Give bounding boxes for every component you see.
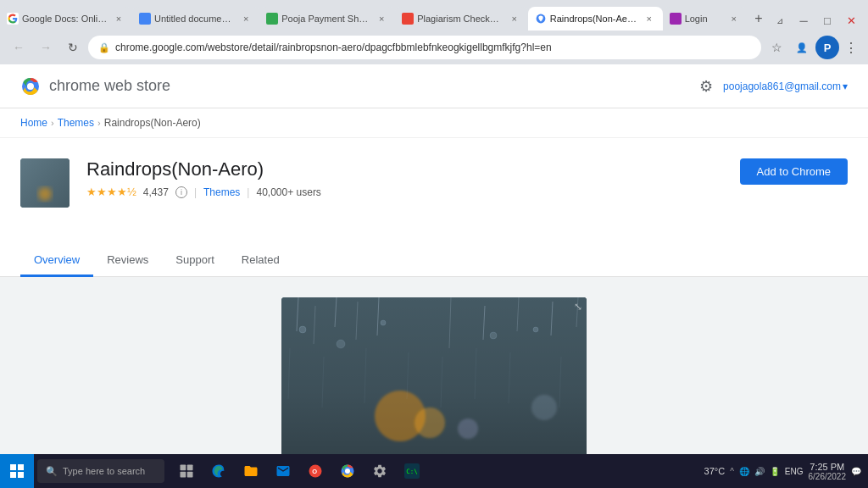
- tab-favicon-1: [7, 13, 19, 25]
- close-button[interactable]: ✕: [841, 10, 861, 30]
- svg-point-23: [337, 340, 345, 348]
- tab-login[interactable]: Login ×: [663, 7, 748, 30]
- svg-point-25: [490, 332, 497, 339]
- tab-close-5[interactable]: ×: [643, 12, 656, 25]
- users-count: 40,000+ users: [256, 186, 320, 198]
- maximize-button[interactable]: □: [817, 10, 837, 30]
- webstore-title: chrome web store: [49, 77, 170, 95]
- tab-close-1[interactable]: ×: [112, 12, 125, 25]
- extension-icon-image: [20, 158, 70, 208]
- svg-text:⤡: ⤡: [574, 301, 582, 313]
- temperature-display: 37°C: [704, 466, 726, 476]
- language-display: ENG: [785, 467, 804, 476]
- tab-label-6: Login: [685, 14, 724, 24]
- tab-close-3[interactable]: ×: [375, 12, 388, 25]
- user-account-button[interactable]: poojagola861@gmail.com ▾: [723, 80, 848, 92]
- tab-ctrl-expand[interactable]: ⊿: [770, 10, 790, 30]
- back-button[interactable]: ←: [7, 36, 31, 59]
- reload-button[interactable]: ↻: [61, 36, 85, 59]
- chrome-logo-icon: [20, 76, 41, 97]
- webstore-header: chrome web store ⚙ poojagola861@gmail.co…: [0, 64, 868, 108]
- time-display: 7:25 PM: [809, 462, 847, 472]
- date-display: 6/26/2022: [809, 472, 847, 481]
- tab-label-4: Plagiarism Checker -...: [417, 14, 504, 24]
- rating-info-icon[interactable]: i: [175, 186, 187, 198]
- lock-icon: 🔒: [98, 42, 110, 53]
- tab-raindrops[interactable]: Raindrops(Non-Aero)... ×: [528, 7, 663, 30]
- tab-doc[interactable]: Untitled document -... ×: [132, 7, 259, 30]
- svg-point-5: [38, 187, 52, 201]
- taskbar-settings[interactable]: [364, 456, 395, 486]
- separator-1: |: [194, 186, 197, 198]
- tab-plagiarism[interactable]: Plagiarism Checker -... ×: [395, 7, 528, 30]
- breadcrumb-sep-2: ›: [97, 118, 101, 128]
- svg-point-24: [381, 320, 386, 325]
- rating-count: 4,437: [143, 186, 169, 198]
- tab-google-docs[interactable]: Google Docs: Online... ×: [0, 7, 132, 30]
- search-icon: 🔍: [46, 466, 58, 477]
- new-tab-button[interactable]: +: [748, 7, 770, 30]
- minimize-button[interactable]: ─: [793, 10, 814, 30]
- tab-favicon-3: [266, 13, 278, 25]
- tab-related[interactable]: Related: [228, 245, 293, 277]
- chevron-up-icon[interactable]: ^: [730, 467, 734, 476]
- taskbar-chrome[interactable]: [332, 456, 363, 486]
- svg-rect-38: [10, 472, 16, 478]
- notification-icon[interactable]: 💬: [851, 467, 861, 476]
- tab-label-1: Google Docs: Online...: [22, 14, 108, 24]
- tab-label-3: Pooja Payment Sheet...: [281, 14, 371, 24]
- svg-point-11: [531, 395, 557, 420]
- tab-support[interactable]: Support: [162, 245, 228, 277]
- add-to-chrome-button[interactable]: Add to Chrome: [740, 158, 848, 185]
- taskbar-terminal[interactable]: C:\: [397, 456, 427, 486]
- taskbar-mail[interactable]: [268, 456, 298, 486]
- category-link[interactable]: Themes: [203, 186, 240, 198]
- forward-button[interactable]: →: [34, 36, 58, 59]
- tab-overview[interactable]: Overview: [20, 245, 93, 277]
- url-bar[interactable]: 🔒 chrome.google.com/webstore/detail/rain…: [88, 36, 761, 59]
- address-bar: ← → ↻ 🔒 chrome.google.com/webstore/detai…: [0, 30, 868, 64]
- profile-button[interactable]: P: [815, 36, 839, 59]
- webstore-header-right: ⚙ poojagola861@gmail.com ▾: [699, 77, 848, 96]
- svg-rect-39: [18, 472, 24, 478]
- chrome-menu-button[interactable]: ⋮: [841, 36, 861, 59]
- volume-icon[interactable]: 🔊: [754, 467, 765, 476]
- window-controls: ⊿ ─ □ ✕: [770, 10, 868, 30]
- taskbar-task-view[interactable]: [171, 456, 202, 486]
- extension-header: Raindrops(Non-Aero) ★★★★½ 4,437 i | Them…: [20, 158, 848, 208]
- taskbar-edge[interactable]: [203, 456, 234, 486]
- svg-point-47: [345, 469, 350, 474]
- settings-icon[interactable]: ⚙: [699, 77, 713, 96]
- breadcrumb-current: Raindrops(Non-Aero): [104, 117, 201, 129]
- network-icon[interactable]: 🌐: [739, 467, 749, 476]
- dropdown-arrow-icon: ▾: [843, 80, 848, 92]
- breadcrumb-themes[interactable]: Themes: [58, 117, 94, 129]
- taskbar-apps: O C:\: [168, 456, 698, 486]
- bookmark-icon[interactable]: ☆: [765, 36, 788, 59]
- tab-close-6[interactable]: ×: [727, 12, 741, 25]
- breadcrumb: Home › Themes › Raindrops(Non-Aero): [0, 108, 868, 138]
- extension-meta: ★★★★½ 4,437 i | Themes | 40,000+ users: [86, 186, 723, 198]
- taskbar-search-placeholder: Type here to search: [63, 466, 145, 476]
- breadcrumb-home[interactable]: Home: [20, 117, 47, 129]
- separator-2: |: [247, 186, 249, 198]
- extension-thumbnail: [20, 158, 70, 208]
- taskbar-search[interactable]: 🔍 Type here to search: [37, 459, 164, 483]
- taskbar: 🔍 Type here to search O: [0, 454, 868, 488]
- battery-icon: 🔋: [770, 467, 780, 476]
- tab-close-2[interactable]: ×: [239, 12, 253, 25]
- start-button[interactable]: [0, 454, 34, 488]
- windows-logo-icon: [10, 464, 24, 478]
- svg-point-9: [415, 408, 445, 438]
- page-content: chrome web store ⚙ poojagola861@gmail.co…: [0, 64, 868, 488]
- tab-reviews[interactable]: Reviews: [93, 245, 162, 277]
- taskbar-office[interactable]: O: [300, 456, 331, 486]
- profile-sync-icon[interactable]: 👤: [790, 36, 814, 59]
- svg-rect-43: [187, 472, 193, 478]
- tab-close-4[interactable]: ×: [508, 12, 521, 25]
- webstore-logo: chrome web store: [20, 76, 170, 97]
- extension-info: Raindrops(Non-Aero) ★★★★½ 4,437 i | Them…: [86, 158, 723, 198]
- tab-sheets[interactable]: Pooja Payment Sheet... ×: [259, 7, 395, 30]
- svg-point-2: [27, 83, 34, 90]
- taskbar-explorer[interactable]: [236, 456, 266, 486]
